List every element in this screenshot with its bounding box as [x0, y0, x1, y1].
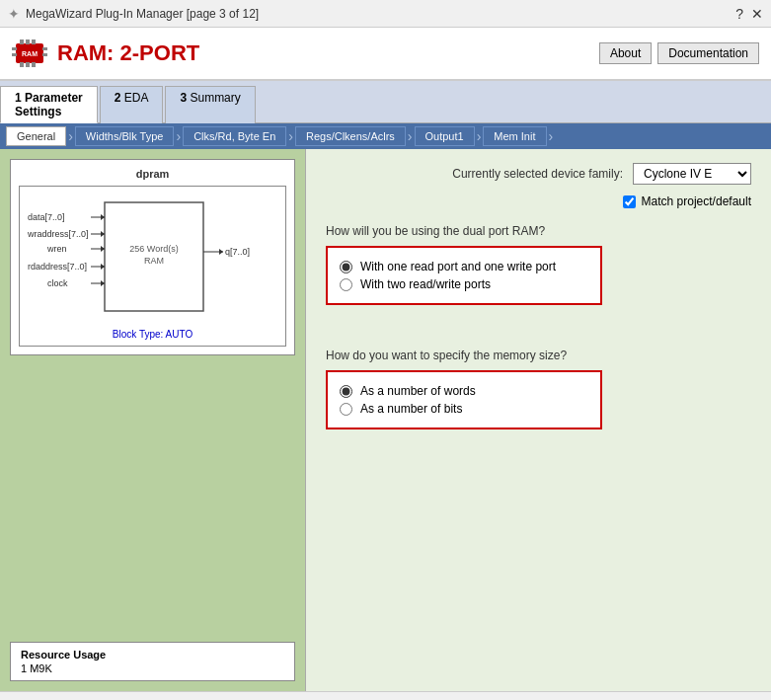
subtab-clks[interactable]: Clks/Rd, Byte En [183, 126, 286, 146]
svg-rect-10 [42, 53, 47, 56]
question1-label: How will you be using the dual port RAM? [326, 224, 751, 238]
subtab-regs[interactable]: Regs/Clkens/Aclrs [295, 126, 406, 146]
option2a-label: As a number of words [360, 384, 476, 398]
svg-text:clock: clock [47, 278, 68, 288]
device-family-row: Currently selected device family: Cyclon… [326, 163, 751, 185]
arrow-4: › [408, 128, 413, 144]
tab2-label: EDA [124, 91, 149, 105]
option1b-label: With two read/write ports [360, 277, 491, 291]
tab2-num: 2 [115, 91, 124, 105]
match-project-checkbox[interactable] [623, 195, 636, 208]
svg-text:q[7..0]: q[7..0] [225, 247, 250, 257]
svg-text:RAM: RAM [144, 256, 164, 266]
subtab-clks-label: Clks/Rd, Byte En [193, 130, 275, 142]
subtab-meminit[interactable]: Mem Init [483, 126, 546, 146]
svg-rect-5 [26, 62, 30, 67]
svg-rect-3 [32, 39, 36, 44]
header-title: RAM: 2-PORT [57, 40, 199, 66]
help-button[interactable]: ? [735, 6, 743, 22]
wizard-icon: ✦ [8, 6, 20, 22]
tab3-label: Summary [190, 91, 240, 105]
title-bar-left: ✦ MegaWizard Plug-In Manager [page 3 of … [8, 6, 259, 22]
spacer1 [326, 319, 751, 349]
svg-rect-2 [26, 39, 30, 44]
option2b-radio[interactable] [340, 403, 352, 416]
subtab-widths-label: Widths/Blk Type [86, 130, 164, 142]
svg-text:data[7..0]: data[7..0] [28, 212, 65, 222]
subtab-output1-label: Output1 [425, 130, 464, 142]
diagram-box: dpram 256 Word(s) RAM data[7..0] wraddre… [10, 159, 295, 355]
sub-tabs-row: General › Widths/Blk Type › Clks/Rd, Byt… [0, 123, 771, 149]
title-bar-controls: ? ✕ [735, 6, 763, 22]
arrow-5: › [477, 128, 482, 144]
block-type-label: Block Type: AUTO [26, 329, 279, 340]
documentation-button[interactable]: Documentation [657, 42, 759, 64]
diagram-title: dpram [19, 168, 286, 180]
arrow-1: › [68, 128, 73, 144]
resource-usage-box: Resource Usage 1 M9K [10, 642, 295, 681]
arrow-2: › [176, 128, 181, 144]
question1-options-box: With one read port and one write port Wi… [326, 246, 602, 305]
tab1-num: 1 [15, 91, 25, 105]
match-project-label: Match project/default [642, 194, 751, 208]
svg-rect-7 [12, 47, 17, 50]
option2b-row: As a number of bits [340, 402, 588, 416]
question2-label: How do you want to specify the memory si… [326, 349, 751, 362]
circuit-diagram: 256 Word(s) RAM data[7..0] wraddress[7..… [26, 193, 282, 321]
tab-parameter-settings[interactable]: 1 ParameterSettings [0, 86, 98, 123]
question2-options-box: As a number of words As a number of bits [326, 370, 602, 429]
subtab-general-label: General [17, 130, 55, 142]
tab1-label: ParameterSettings [15, 91, 83, 118]
option1a-row: With one read port and one write port [340, 260, 588, 273]
about-button[interactable]: About [599, 42, 652, 64]
ram-chip-icon: RAM [12, 36, 47, 71]
option1a-radio[interactable] [340, 261, 352, 273]
svg-rect-4 [20, 62, 24, 67]
left-panel: dpram 256 Word(s) RAM data[7..0] wraddre… [0, 149, 306, 691]
svg-rect-1 [20, 39, 24, 44]
svg-rect-8 [12, 53, 17, 56]
tab3-num: 3 [180, 91, 190, 105]
option2a-row: As a number of words [340, 384, 588, 398]
option1b-radio[interactable] [340, 278, 352, 291]
svg-text:wraddress[7..0]: wraddress[7..0] [27, 229, 89, 239]
arrow-3: › [288, 128, 293, 144]
header-left: RAM RAM: 2-PORT [12, 36, 199, 71]
option2b-label: As a number of bits [360, 402, 462, 416]
option1a-label: With one read port and one write port [360, 260, 556, 273]
resource-usage-title: Resource Usage [21, 649, 284, 661]
svg-rect-6 [32, 62, 36, 67]
tabs-row: 1 ParameterSettings 2 EDA 3 Summary [0, 81, 771, 123]
svg-marker-31 [219, 249, 223, 255]
bottom-bar: Cancel < Back Next > Finish [0, 691, 771, 700]
svg-text:256 Word(s): 256 Word(s) [129, 244, 178, 254]
tab-summary[interactable]: 3 Summary [165, 86, 255, 123]
subtab-output1[interactable]: Output1 [415, 126, 475, 146]
svg-rect-9 [42, 47, 47, 50]
right-panel: Currently selected device family: Cyclon… [306, 149, 771, 691]
svg-text:RAM: RAM [22, 50, 38, 57]
match-project-row: Match project/default [326, 194, 751, 208]
main-content: dpram 256 Word(s) RAM data[7..0] wraddre… [0, 149, 771, 691]
svg-text:wren: wren [46, 244, 67, 254]
title-bar-text: MegaWizard Plug-In Manager [page 3 of 12… [26, 7, 259, 21]
arrow-6: › [549, 128, 554, 144]
subtab-meminit-label: Mem Init [494, 130, 535, 142]
svg-text:rdaddress[7..0]: rdaddress[7..0] [28, 262, 87, 272]
close-button[interactable]: ✕ [751, 6, 763, 22]
option1b-row: With two read/write ports [340, 277, 588, 291]
subtab-widths[interactable]: Widths/Blk Type [75, 126, 175, 146]
device-family-label: Currently selected device family: [452, 167, 623, 181]
option2a-radio[interactable] [340, 385, 352, 398]
title-bar: ✦ MegaWizard Plug-In Manager [page 3 of … [0, 0, 771, 28]
resource-usage-value: 1 M9K [21, 662, 284, 674]
diagram-inner: 256 Word(s) RAM data[7..0] wraddress[7..… [19, 186, 286, 347]
tab-eda[interactable]: 2 EDA [100, 86, 164, 123]
device-family-select[interactable]: Cyclone IV E [633, 163, 751, 185]
header-buttons: About Documentation [599, 42, 759, 64]
subtab-regs-label: Regs/Clkens/Aclrs [306, 130, 395, 142]
subtab-general[interactable]: General [6, 126, 66, 146]
header: RAM RAM: 2-PORT About Documentation [0, 28, 771, 81]
